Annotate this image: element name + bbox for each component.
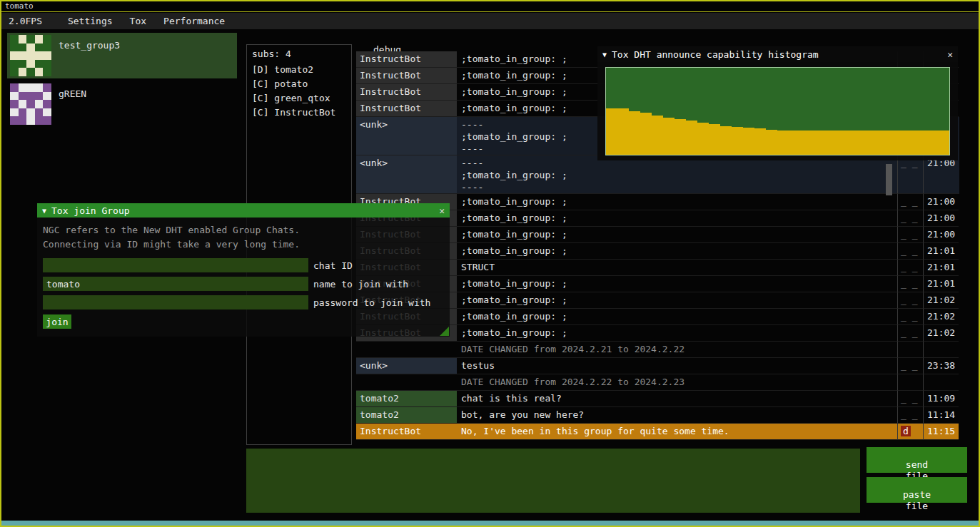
subs-title: subs: 4 [247, 45, 351, 63]
message-input[interactable] [246, 449, 860, 513]
timestamp: 23:38 [923, 358, 959, 374]
timestamp: 21:00 [923, 155, 959, 194]
delivery-marks [897, 342, 923, 358]
histogram-bar [881, 131, 892, 155]
message-text: ;tomato_in_group: ; [457, 227, 897, 243]
timestamp [923, 342, 959, 358]
join-field-row: name to join with [43, 277, 444, 291]
group-name: test_group3 [59, 40, 120, 51]
histogram-window-titlebar[interactable]: ▼ Tox DHT announce capability histogram … [597, 46, 958, 62]
join-window-resize-grip[interactable] [440, 327, 449, 336]
chat-system-row: DATE CHANGED from 2024.2.22 to 2024.2.23 [356, 374, 959, 391]
histogram-bar [892, 131, 904, 155]
join-window-titlebar[interactable]: ▼ Tox join Group ✕ [37, 203, 450, 218]
histogram-bar [640, 113, 652, 155]
timestamp: 21:01 [923, 243, 959, 260]
chat-message-row: tomato2bot, are you new here?_ _11:14 [356, 407, 959, 424]
histogram-bar [686, 121, 697, 155]
chat-scrollbar-thumb[interactable] [886, 164, 892, 195]
histogram-bar [709, 124, 720, 155]
subs-list: [D] tomato2[C] potato[C] green_qtox[C] I… [247, 63, 351, 120]
join-group-window: ▼ Tox join Group ✕ NGC refers to the New… [37, 203, 450, 337]
delivery-marks: _ _ [897, 358, 923, 374]
group-item-test_group3[interactable]: test_group3 [7, 33, 237, 78]
timestamp: 21:00 [923, 194, 959, 210]
histogram-bar [732, 127, 743, 155]
delivery-marks: _ _ [897, 309, 923, 325]
timestamp: 21:01 [923, 276, 959, 292]
window-title: tomato [5, 1, 34, 11]
message-text: ;tomato_in_group: ; [457, 325, 897, 342]
delivery-marks: _ _ [897, 407, 923, 424]
message-text: DATE CHANGED from 2024.2.21 to 2024.2.22 [457, 342, 897, 358]
histogram-bar [697, 123, 709, 155]
histogram-bar [869, 131, 881, 155]
delivery-marks [897, 374, 923, 391]
message-text: ---- ;tomato_in_group: ; ---- [457, 155, 897, 194]
timestamp: 11:14 [923, 407, 959, 424]
join-field-label: password to join with [313, 297, 430, 308]
group-item-gREEN[interactable]: gREEN [7, 81, 237, 127]
sender-name: tomato2 [356, 391, 457, 407]
sender-name: InstructBot [356, 84, 457, 101]
subs-member[interactable]: [C] potato [247, 77, 351, 91]
sender-name: InstructBot [356, 424, 457, 440]
menu-item-tox[interactable]: Tox [121, 16, 155, 26]
subs-member[interactable]: [C] green_qtox [247, 91, 351, 106]
password-to-join-with-input[interactable] [43, 295, 308, 309]
histogram-plot [605, 67, 950, 155]
histogram-bar [938, 131, 949, 155]
sender-name [356, 342, 457, 358]
join-field-label: name to join with [313, 279, 408, 290]
fps-indicator: 2.0FPS [1, 16, 49, 26]
subs-member[interactable]: [D] tomato2 [247, 63, 351, 77]
sender-name: <unk> [356, 358, 457, 374]
name-to-join-with-input[interactable] [43, 277, 308, 291]
menu-item-performance[interactable]: Performance [155, 16, 233, 26]
histogram-bar [915, 131, 926, 155]
histogram-bar [754, 128, 766, 155]
timestamp: 21:00 [923, 227, 959, 243]
menu-item-settings[interactable]: Settings [59, 16, 121, 26]
join-fields: chat IDname to join withpassword to join… [43, 258, 444, 309]
send-file-button[interactable]: send file [867, 447, 967, 473]
chat-id-input[interactable] [43, 258, 308, 272]
menu-bar: 2.0FPS SettingsToxPerformance [1, 13, 979, 29]
histogram-bar [858, 131, 869, 155]
window-titlebar[interactable]: tomato [1, 1, 979, 12]
message-text: No, I've been in this group for quite so… [457, 424, 897, 440]
histogram-window-body [597, 62, 958, 160]
subs-member[interactable]: [C] InstructBot [247, 106, 351, 120]
timestamp [923, 374, 959, 391]
histogram-window-title: Tox DHT announce capability histogram [612, 49, 942, 60]
histogram-bar [766, 130, 777, 155]
sender-name: <unk> [356, 155, 457, 194]
message-text: STRUCT [457, 260, 897, 276]
paste-file-button[interactable]: paste file [867, 477, 967, 503]
histogram-bar [675, 119, 686, 155]
join-button[interactable]: join [43, 314, 71, 329]
histogram-bar [777, 131, 789, 155]
histogram-bar [720, 126, 732, 155]
message-text: ;tomato_in_group: ; [457, 292, 897, 309]
join-window-collapse-icon[interactable]: ▼ [42, 207, 46, 215]
timestamp: 11:09 [923, 391, 959, 407]
message-text: bot, are you new here? [457, 407, 897, 424]
histogram-close-icon[interactable]: ✕ [947, 49, 953, 60]
message-text: ;tomato_in_group: ; [457, 309, 897, 325]
chat-message-row: tomato2chat is this real?_ _11:09 [356, 391, 959, 407]
histogram-window: ▼ Tox DHT announce capability histogram … [597, 46, 958, 160]
chat-message-row: <unk>testus_ _23:38 [356, 358, 959, 374]
sender-name: InstructBot [356, 51, 457, 68]
chat-message-row: <unk>---- ;tomato_in_group: ; ----_ _21:… [356, 155, 959, 194]
delivery-marks: _ _ [897, 276, 923, 292]
delivery-marks: _ _ [897, 260, 923, 276]
message-text: DATE CHANGED from 2024.2.22 to 2024.2.23 [457, 374, 897, 391]
sender-name: InstructBot [356, 101, 457, 117]
sender-name: tomato2 [356, 407, 457, 424]
join-window-close-icon[interactable]: ✕ [439, 205, 445, 216]
histogram-collapse-icon[interactable]: ▼ [602, 51, 607, 58]
histogram-bar [606, 108, 617, 155]
delivery-marks: _ _ [897, 227, 923, 243]
delivery-marks: _ _ [897, 325, 923, 342]
